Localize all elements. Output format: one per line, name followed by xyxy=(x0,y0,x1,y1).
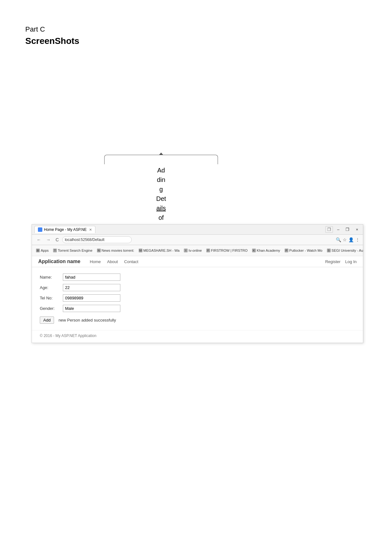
section-label: ScreenShots xyxy=(25,36,392,46)
bookmark-segi[interactable]: S SEGI University - Aus xyxy=(326,248,363,253)
address-bar[interactable] xyxy=(62,236,132,243)
bookmark-apps[interactable]: ⊞ Apps xyxy=(35,248,50,253)
tab-favicon xyxy=(38,227,42,232)
bookmark-khan[interactable]: K Khan Academy xyxy=(251,248,281,253)
bookmark-megashare-icon: M xyxy=(139,249,142,252)
browser-addressbar: ← → C 🔍 ☆ 👤 ⋮ xyxy=(32,235,363,245)
age-input[interactable] xyxy=(63,284,120,291)
website-content: Application name Home About Contact Regi… xyxy=(32,256,363,343)
refresh-button[interactable]: C xyxy=(54,237,60,243)
footer-text: © 2016 - My ASP.NET Application xyxy=(40,334,96,338)
bookmark-firstrow-icon: F xyxy=(206,249,210,252)
bookmark-megashare-label: MEGASHARE.SH - Wa xyxy=(143,249,180,252)
bookmarks-bar: ⊞ Apps T Torrent Search Engine N News mo… xyxy=(32,245,363,256)
telno-input[interactable] xyxy=(63,294,120,302)
name-label: Name: xyxy=(40,275,60,280)
success-message: new Person added successfully xyxy=(58,318,116,322)
nav-home[interactable]: Home xyxy=(90,259,101,264)
gender-label: Gender: xyxy=(40,306,60,311)
age-row: Age: xyxy=(40,284,355,291)
gender-input[interactable] xyxy=(63,305,120,312)
bookmark-apps-icon: ⊞ xyxy=(36,249,40,252)
browser-window: Home Page - My ASP.NE ✕ ❐ – ❐ × ← → C 🔍 … xyxy=(32,224,363,343)
menu-icon[interactable]: ⋮ xyxy=(355,237,360,242)
browser-restore-btn[interactable]: ❐ xyxy=(325,226,333,233)
name-row: Name: xyxy=(40,274,355,281)
window-minimize-btn[interactable]: – xyxy=(335,226,341,232)
part-label: Part C xyxy=(25,25,392,33)
search-icon[interactable]: 🔍 xyxy=(336,237,341,242)
site-footer: © 2016 - My ASP.NET Application xyxy=(32,330,363,343)
nav-about[interactable]: About xyxy=(107,259,118,264)
window-close-btn[interactable]: × xyxy=(353,226,360,232)
bookmark-putlocker[interactable]: P Putlocker - Watch Mo xyxy=(284,248,323,253)
bookmark-tvonline-label: tv-online xyxy=(189,249,202,252)
form-actions: Add new Person added successfully xyxy=(40,316,355,324)
bookmark-apps-label: Apps xyxy=(41,249,49,252)
bookmark-torrent[interactable]: T Torrent Search Engine xyxy=(52,248,93,253)
annotation-top-bracket xyxy=(104,155,218,164)
window-restore-btn[interactable]: ❐ xyxy=(343,226,352,232)
bookmark-megashare[interactable]: M MEGASHARE.SH - Wa xyxy=(138,248,181,253)
bookmark-khan-icon: K xyxy=(252,249,256,252)
nav-right: Register Log In xyxy=(325,259,357,264)
window-controls: ❐ – ❐ × xyxy=(325,226,360,233)
tab-label: Home Page - My ASP.NE xyxy=(44,227,87,232)
tab-close-button[interactable]: ✕ xyxy=(89,228,92,232)
nav-login[interactable]: Log In xyxy=(345,259,357,264)
name-input[interactable] xyxy=(63,274,120,281)
person-form: Name: Age: Tel No: Gender: Add new Perso… xyxy=(32,267,363,330)
bookmark-torrent-icon: T xyxy=(53,249,57,252)
site-brand: Application name xyxy=(38,259,80,264)
age-label: Age: xyxy=(40,285,60,290)
bookmark-segi-icon: S xyxy=(327,249,331,252)
gender-row: Gender: xyxy=(40,305,355,312)
telno-row: Tel No: xyxy=(40,294,355,302)
browser-titlebar: Home Page - My ASP.NE ✕ ❐ – ❐ × xyxy=(32,225,363,235)
browser-tab[interactable]: Home Page - My ASP.NE ✕ xyxy=(34,226,95,233)
back-button[interactable]: ← xyxy=(35,237,43,243)
bookmark-news-label: News movies torrent: xyxy=(102,249,134,252)
bookmark-putlocker-label: Putlocker - Watch Mo xyxy=(289,249,323,252)
bookmark-firstrow[interactable]: F FIRSTROW | FIRSTRO xyxy=(205,248,249,253)
bookmark-star-icon[interactable]: ☆ xyxy=(343,237,347,242)
add-button[interactable]: Add xyxy=(40,316,54,324)
bookmark-khan-label: Khan Academy xyxy=(257,249,280,252)
bookmark-segi-label: SEGI University - Aus xyxy=(332,249,363,252)
bookmark-torrent-label: Torrent Search Engine xyxy=(58,249,92,252)
telno-label: Tel No: xyxy=(40,296,60,300)
bookmark-tvonline-icon: t xyxy=(184,249,188,252)
bookmark-news[interactable]: N News movies torrent: xyxy=(96,248,135,253)
nav-register[interactable]: Register xyxy=(325,259,340,264)
nav-contact[interactable]: Contact xyxy=(124,259,138,264)
bookmark-putlocker-icon: P xyxy=(285,249,288,252)
nav-links: Home About Contact xyxy=(90,259,138,264)
bookmark-tvonline[interactable]: t tv-online xyxy=(183,248,203,253)
browser-toolbar-icons: 🔍 ☆ 👤 ⋮ xyxy=(336,237,360,242)
bookmark-firstrow-label: FIRSTROW | FIRSTRO xyxy=(211,249,248,252)
forward-button[interactable]: → xyxy=(45,237,52,243)
bookmark-news-icon: N xyxy=(97,249,101,252)
profile-icon[interactable]: 👤 xyxy=(348,237,354,242)
page-heading-area: Part C ScreenShots xyxy=(0,0,392,46)
site-navbar: Application name Home About Contact Regi… xyxy=(32,256,363,267)
